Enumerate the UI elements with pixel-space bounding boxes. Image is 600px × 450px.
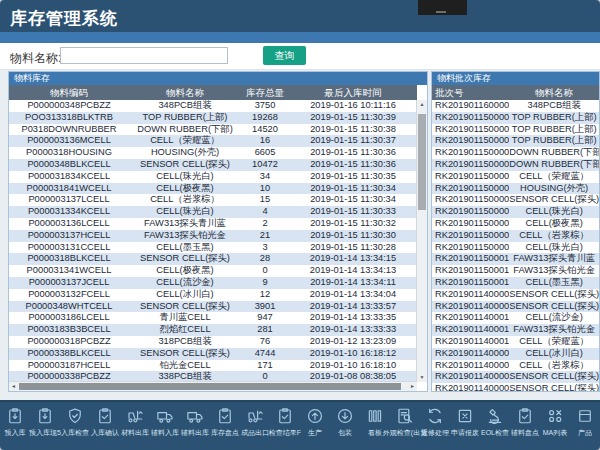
table-row[interactable]: P000031341WCELL CELL(极夜黑) 0 2019-01-14 1…	[9, 265, 417, 277]
cell-material-code: P000003131CCELL	[9, 242, 129, 254]
table-row[interactable]: RK2019011500012 CELL(墨玉黑)	[432, 277, 599, 289]
cell-material-name: FAW313探头铂光金	[509, 324, 599, 336]
toolbar-item[interactable]: 库存盘点	[210, 407, 240, 450]
arrow-up-circle-icon	[306, 407, 324, 425]
cell-material-name: 348PCB组装	[509, 100, 599, 112]
toolbar-item[interactable]: MA列表	[540, 407, 570, 450]
vertical-scroll-thumb[interactable]	[418, 114, 426, 210]
table-row[interactable]: RK2019011400012 FAW313探头铂光金	[432, 324, 599, 336]
table-row[interactable]: P000003137LCELL CELL（岩浆棕） 15 2019-01-15 …	[9, 194, 417, 206]
table-row[interactable]: P0000338BLKCELL SENSOR CELL(探头) 4744 201…	[9, 348, 417, 360]
cell-stock-qty: 6605	[241, 147, 289, 159]
table-row[interactable]: RK2019011500001 TOP RUBBER(上部)	[432, 112, 599, 124]
cell-material-code: P0003183B3BCELL	[9, 324, 129, 336]
toolbar-item[interactable]: 成品出口	[240, 407, 270, 450]
table-row[interactable]: P000003137JCELL CELL(流沙金) 9 2019-01-14 1…	[9, 277, 417, 289]
table-row[interactable]: RK2019011500001 TOP RUBBER(上部)	[432, 124, 599, 136]
toolbar-item[interactable]: 辅料盘点	[510, 407, 540, 450]
toolbar-item[interactable]: EOL检查	[480, 407, 510, 450]
horizontal-scrollbar[interactable]: ◄ ►	[9, 381, 417, 391]
toolbar-item[interactable]: 辅料入库	[150, 407, 180, 450]
table-row[interactable]: RK2019011500005 SENSOR CELL(探头)	[432, 194, 599, 206]
toolbar-item[interactable]: 材料出库	[120, 407, 150, 450]
table-row[interactable]: P000003187HCELL 铂光金CELL 171 2019-01-10 1…	[9, 360, 417, 372]
table-row[interactable]: RK2019011400007 CELL(冰川白)	[432, 348, 599, 360]
cell-last-in-time: 2019-01-10 16:18:10	[289, 360, 417, 372]
material-name-input[interactable]	[60, 47, 228, 64]
table-row[interactable]: P000031841WCELL CELL(极夜黑) 10 2019-01-15 …	[9, 183, 417, 195]
toolbar-item[interactable]: 检查结果F	[270, 407, 300, 450]
microscope-icon	[486, 407, 504, 425]
table-row[interactable]: RK2019011500002 DOWN RUBBER(下部)	[432, 159, 599, 171]
cell-material-name: CELL（荣耀蓝）	[509, 336, 599, 348]
toolbar-item[interactable]: 预入库	[0, 407, 30, 450]
table-row[interactable]: RK2019011500001 TOP RUBBER(上部)	[432, 135, 599, 147]
table-row[interactable]: P000031834KCELL CELL(珠光白) 34 2019-01-15 …	[9, 171, 417, 183]
table-row[interactable]: P000000318PCBZZ 318PCB组装 76 2019-01-12 1…	[9, 336, 417, 348]
table-row[interactable]: P0000318HOUSING HOUSING(外壳) 6605 2019-01…	[9, 147, 417, 159]
capture-overlay-handle	[436, 11, 446, 13]
table-row[interactable]: P000000348PCBZZ 348PCB组装 3750 2019-01-16…	[9, 100, 417, 112]
cell-material-name: 铂光金CELL	[129, 360, 241, 372]
table-row[interactable]: RK2019011400009 SENSOR CELL(探头)	[432, 301, 599, 313]
toolbar-item[interactable]: 入库检查	[60, 407, 90, 450]
toolbar-item[interactable]: 预入库现5	[30, 407, 60, 450]
table-row[interactable]: P0000348WHTCELL SENSOR CELL(探头) 3901 201…	[9, 301, 417, 313]
table-row[interactable]: P000031334KCELL CELL(珠光白) 4 2019-01-15 1…	[9, 206, 417, 218]
toolbar-item[interactable]: 生产	[300, 407, 330, 450]
table-row[interactable]: P0000318BLKCELL SENSOR CELL(探头) 28 2019-…	[9, 253, 417, 265]
cell-last-in-time: 2019-01-15 11:30:34	[289, 194, 417, 206]
table-row[interactable]: RK2019011500010 FAW313探头青川蓝	[432, 253, 599, 265]
cell-material-code: P000003136LCELL	[9, 218, 129, 230]
cell-material-code: P000003137LCELL	[9, 194, 129, 206]
table-row[interactable]: RK2019011500011 FAW313探头铂光金	[432, 265, 599, 277]
table-row[interactable]: RK2019011500009 CELL(珠光白)	[432, 242, 599, 254]
toolbar-item[interactable]: 产品	[570, 407, 600, 450]
scroll-up-arrow[interactable]: ▲	[417, 100, 427, 109]
scroll-down-arrow[interactable]: ▼	[417, 373, 427, 382]
table-row[interactable]: RK2019011500006 CELL(极夜黑)	[432, 218, 599, 230]
table-row[interactable]: POO313318BLKTRB TOP RUBBER(上部) 19268 201…	[9, 112, 417, 124]
shield-check-icon	[66, 407, 84, 425]
table-row[interactable]: RK2019011500004 CELL（荣耀蓝）	[432, 171, 599, 183]
table-row[interactable]: RK2019011400004 SENSOR CELL(探头)	[432, 383, 599, 392]
cell-batch-no: RK2019011500006	[432, 218, 509, 230]
table-row[interactable]: RK2019011500002 DOWN RUBBER(下部)	[432, 147, 599, 159]
table-row[interactable]: P000003186LCELL 青川蓝CELL 947 2019-01-14 1…	[9, 312, 417, 324]
kanban-icon	[366, 407, 384, 425]
cell-material-name: SENSOR CELL(探头)	[129, 253, 241, 265]
table-row[interactable]: P000003131CCELL CELL(墨玉黑) 3 2019-01-15 1…	[9, 242, 417, 254]
cell-material-code: P000031834KCELL	[9, 171, 129, 183]
horizontal-scroll-thumb[interactable]	[19, 383, 401, 390]
scroll-left-arrow[interactable]: ◄	[9, 382, 18, 391]
arrow-down-circle-icon	[336, 407, 354, 425]
table-row[interactable]: RK2019011400013 CELL（荣耀蓝）	[432, 336, 599, 348]
table-row[interactable]: P0318DOWNRUBBER DOWN RUBBER(下部) 14520 20…	[9, 124, 417, 136]
table-row[interactable]: P000003136LCELL FAW313探头青川蓝 2 2019-01-15…	[9, 218, 417, 230]
query-button[interactable]: 查询	[263, 46, 306, 65]
vertical-scrollbar[interactable]: ▲ ▼	[416, 100, 427, 382]
forklift-out-icon	[246, 407, 264, 425]
table-row[interactable]: RK2019011500008 CELL（岩浆棕）	[432, 230, 599, 242]
toolbar-item[interactable]: 返修处理	[420, 407, 450, 450]
cell-batch-no: RK2019011400011	[432, 312, 509, 324]
toolbar-item-label: 生产	[308, 428, 322, 438]
table-row[interactable]: RK2019011400009 SENSOR CELL(探头)	[432, 289, 599, 301]
table-row[interactable]: P0000348BLKCELL SENSOR CELL(探头) 10472 20…	[9, 159, 417, 171]
table-row[interactable]: RK2019011400005 CELL（岩浆棕）	[432, 360, 599, 372]
table-row[interactable]: RK2019011600001 348PCB组装	[432, 100, 599, 112]
toolbar-item[interactable]: 辅料出库	[180, 407, 210, 450]
table-row[interactable]: P0003183B3BCELL 烈焰红CELL 281 2019-01-14 1…	[9, 324, 417, 336]
toolbar-item[interactable]: 入库确认	[90, 407, 120, 450]
table-row[interactable]: RK2019011400011 CELL(流沙金)	[432, 312, 599, 324]
toolbar-item[interactable]: 外观检查(出货	[390, 407, 420, 450]
toolbar-item[interactable]: 包装	[330, 407, 360, 450]
table-row[interactable]: RK2019011400004 SENSOR CELL(探头)	[432, 371, 599, 383]
table-row[interactable]: P000003136MCELL CELL（荣耀蓝） 16 2019-01-15 …	[9, 135, 417, 147]
table-row[interactable]: RK2019011500003 HOUSING(外壳)	[432, 183, 599, 195]
table-row[interactable]: P000003137HCELL FAW313探头铂光金 21 2019-01-1…	[9, 230, 417, 242]
scroll-right-arrow[interactable]: ►	[408, 382, 417, 391]
table-row[interactable]: RK2019011500007 CELL(珠光白)	[432, 206, 599, 218]
toolbar-item[interactable]: 申请报废	[450, 407, 480, 450]
table-row[interactable]: P000003132FCELL CELL(冰川白) 12 2019-01-14 …	[9, 289, 417, 301]
